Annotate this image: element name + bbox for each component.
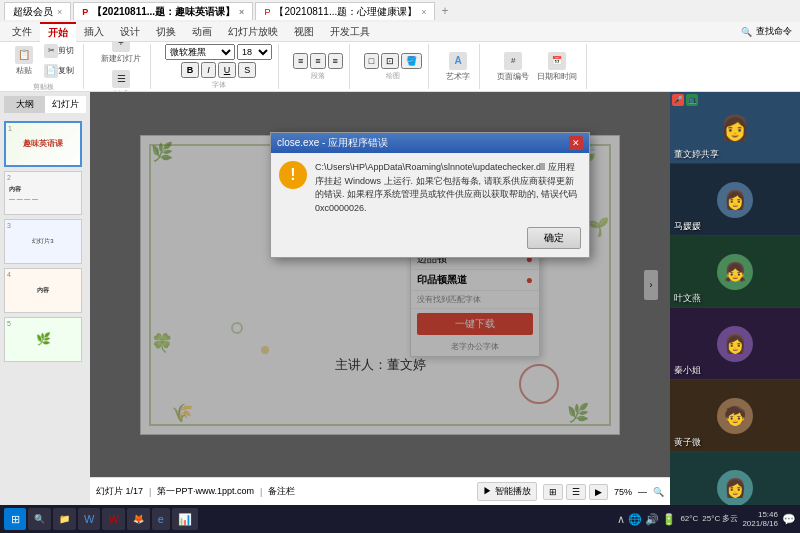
- underline-button[interactable]: U: [218, 62, 237, 78]
- layout-button[interactable]: ☰ 版式: [107, 68, 135, 92]
- slide-thumb-2[interactable]: 2 内容 — — — —: [4, 171, 82, 216]
- separator-2: |: [260, 487, 262, 497]
- dialog-close-button[interactable]: ✕: [569, 136, 583, 150]
- slide-thumb-4[interactable]: 4 内容: [4, 268, 82, 313]
- tray-battery[interactable]: 🔋: [662, 513, 676, 526]
- datetime-button[interactable]: 📅 日期和时间: [534, 50, 580, 84]
- system-clock[interactable]: 15:46 2021/8/16: [742, 510, 778, 528]
- ribbon-group-page: # 页面编号 📅 日期和时间: [488, 44, 587, 89]
- system-tray: ∧ 🌐 🔊 🔋: [617, 513, 676, 526]
- tab-health[interactable]: P 【20210811...题：心理健康课】 ×: [255, 2, 435, 20]
- mic-icon-1: 🎤: [672, 94, 684, 106]
- tray-network[interactable]: 🌐: [628, 513, 642, 526]
- font-row: 微软雅黑 18: [165, 44, 272, 60]
- ribbon-tab-slideshow[interactable]: 幻灯片放映: [220, 22, 286, 42]
- firefox-icon: 🦊: [133, 514, 144, 524]
- main-area: 大纲 幻灯片 1 趣味英语课 2 内容 — — — — 3 幻灯片3: [0, 92, 800, 505]
- font-family-select[interactable]: 微软雅黑: [165, 44, 235, 60]
- strikethrough-button[interactable]: S: [238, 62, 256, 78]
- pagenum-button[interactable]: # 页面编号: [494, 50, 532, 84]
- search-icon: 🔍: [741, 27, 752, 37]
- source-label: 第一PPT·www.1ppt.com: [157, 485, 254, 498]
- group-label-clipboard: 剪贴板: [33, 82, 54, 92]
- align-right-button[interactable]: ≡: [328, 53, 343, 69]
- ribbon-tab-insert[interactable]: 插入: [76, 22, 112, 42]
- art-text-button[interactable]: A 艺术字: [443, 50, 473, 84]
- new-slide-button[interactable]: + 新建幻灯片: [98, 42, 144, 66]
- slide-thumb-5[interactable]: 5 🌿: [4, 317, 82, 362]
- arrange-button[interactable]: ⊡: [381, 53, 399, 69]
- slide-thumb-preview-4: 内容: [5, 269, 81, 312]
- dialog-buttons: 确定: [271, 223, 589, 257]
- slide-panel: 大纲 幻灯片 1 趣味英语课 2 内容 — — — — 3 幻灯片3: [0, 92, 90, 505]
- weather-label: 25°C 多云: [702, 514, 738, 524]
- participant-1: 👩 🎤 📺 董文婷共享: [670, 92, 800, 164]
- taskbar-app-7[interactable]: 📊: [172, 508, 198, 530]
- tray-sound[interactable]: 🔊: [645, 513, 659, 526]
- taskbar-search[interactable]: 🔍: [28, 508, 51, 530]
- datetime-icon: 📅: [548, 52, 566, 70]
- slide-canvas[interactable]: 🌿 🍃 🌱 🍀 🌾 🌿 🍃 趣味英语课 主讲人：董文婷 文档中缺失4个字: [90, 92, 670, 477]
- cut-button[interactable]: ✂ 剪切: [41, 42, 77, 60]
- slide-thumb-preview-3: 幻灯片3: [5, 220, 81, 263]
- tray-arrow[interactable]: ∧: [617, 513, 625, 526]
- paste-button[interactable]: 📋 粘贴: [10, 44, 38, 78]
- ribbon: 文件 开始 插入 设计 切换 动画 幻灯片放映 视图 开发工具 🔍 查找命令 📋…: [0, 22, 800, 92]
- taskbar-edge[interactable]: e: [152, 508, 170, 530]
- taskbar-browser-1[interactable]: W: [78, 508, 100, 530]
- tray-notification[interactable]: 💬: [782, 513, 796, 526]
- slide-thumb-1[interactable]: 1 趣味英语课: [4, 121, 82, 167]
- align-center-button[interactable]: ≡: [310, 53, 325, 69]
- font-size-select[interactable]: 18: [237, 44, 272, 60]
- warning-icon: !: [279, 161, 307, 189]
- slide-thumb-3[interactable]: 3 幻灯片3: [4, 219, 82, 264]
- start-button[interactable]: ⊞: [4, 508, 26, 530]
- ribbon-tab-design[interactable]: 设计: [112, 22, 148, 42]
- tab-close-icon[interactable]: ×: [57, 7, 62, 17]
- slideshow-button[interactable]: ▶: [589, 484, 608, 500]
- wps-icon: W: [108, 513, 118, 525]
- ribbon-tab-home[interactable]: 开始: [40, 22, 76, 42]
- participant-4: 👩 秦小姐: [670, 308, 800, 380]
- participant-name-5: 黄子微: [674, 436, 701, 449]
- taskbar-firefox[interactable]: 🦊: [127, 508, 150, 530]
- tab-english[interactable]: P 【20210811...题：趣味英语课】 ×: [73, 2, 253, 20]
- italic-button[interactable]: I: [201, 62, 216, 78]
- outline-view-button[interactable]: ☰: [566, 484, 586, 500]
- ppt-nav-bar: 幻灯片 1/17 | 第一PPT·www.1ppt.com | 备注栏 ▶ 智能…: [90, 477, 670, 505]
- shapes-button[interactable]: □: [364, 53, 379, 69]
- ribbon-tab-view[interactable]: 视图: [286, 22, 322, 42]
- cut-copy-group: ✂ 剪切 📄 复制: [41, 42, 77, 80]
- draw-row: □ ⊡ 🪣: [364, 53, 422, 69]
- ribbon-tab-dev[interactable]: 开发工具: [322, 22, 378, 42]
- bold-button[interactable]: B: [181, 62, 200, 78]
- layout-icon: ☰: [112, 70, 130, 88]
- dialog-ok-button[interactable]: 确定: [527, 227, 581, 249]
- tab-outline[interactable]: 大纲: [4, 96, 45, 113]
- tab-close-icon[interactable]: ×: [421, 7, 426, 17]
- taskbar-wps[interactable]: W: [102, 508, 124, 530]
- notes-label: 备注栏: [268, 485, 295, 498]
- copy-button[interactable]: 📄 复制: [41, 62, 77, 80]
- tab-slides[interactable]: 幻灯片: [45, 96, 86, 113]
- ribbon-group-clipboard: 📋 粘贴 ✂ 剪切 📄 复制 剪贴板: [4, 44, 84, 89]
- normal-view-button[interactable]: ⊞: [543, 484, 563, 500]
- right-panel: 👩 🎤 📺 董文婷共享 👩 马媛媛 👧 叶文燕 👩 秦小姐: [670, 92, 800, 505]
- align-left-button[interactable]: ≡: [293, 53, 308, 69]
- smart-play-button[interactable]: ▶ 智能播放: [477, 482, 537, 501]
- ribbon-group-draw: □ ⊡ 🪣 绘图: [358, 44, 429, 89]
- tab-close-icon[interactable]: ×: [239, 7, 244, 17]
- taskbar-explorer[interactable]: 📁: [53, 508, 76, 530]
- ribbon-tab-transition[interactable]: 切换: [148, 22, 184, 42]
- tab-super-member[interactable]: 超级会员 ×: [4, 2, 71, 20]
- avatar-6: 👩: [717, 470, 753, 506]
- ribbon-tab-animation[interactable]: 动画: [184, 22, 220, 42]
- ribbon-tab-file[interactable]: 文件: [4, 22, 40, 42]
- group-label-paragraph: 段落: [311, 71, 325, 81]
- temperature-label: 62°C: [680, 514, 698, 524]
- participant-name-2: 马媛媛: [674, 220, 701, 233]
- fill-button[interactable]: 🪣: [401, 53, 422, 69]
- add-tab-button[interactable]: +: [437, 4, 452, 18]
- ribbon-tab-bar: 文件 开始 插入 设计 切换 动画 幻灯片放映 视图 开发工具 🔍 查找命令: [0, 22, 800, 42]
- participant-3: 👧 叶文燕: [670, 236, 800, 308]
